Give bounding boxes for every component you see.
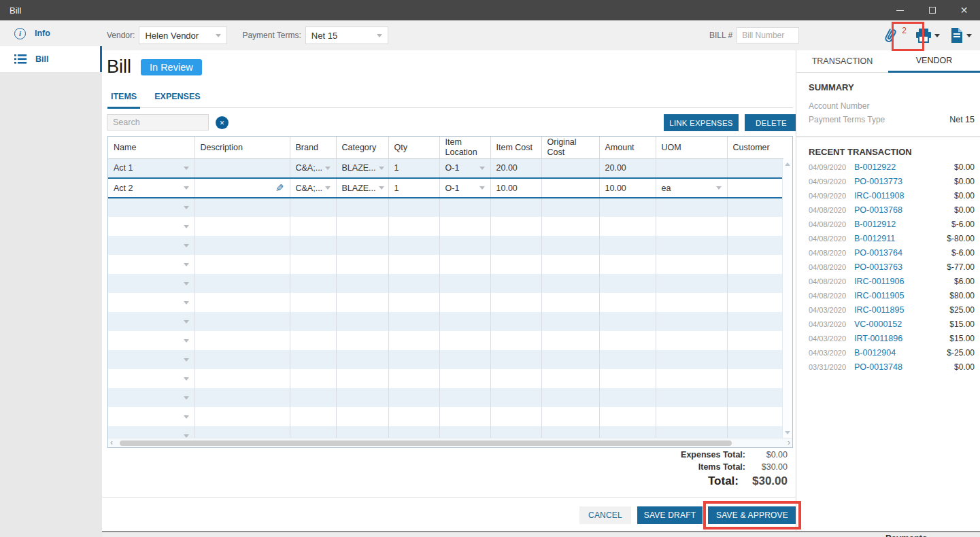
empty-item-row[interactable] xyxy=(108,217,783,236)
attachments-button[interactable]: 2 xyxy=(882,27,905,45)
cell-original-cost[interactable] xyxy=(541,158,599,178)
cell-name[interactable] xyxy=(108,255,195,274)
bottom-section-payments[interactable]: Payments xyxy=(102,531,980,537)
scrollbar-thumb[interactable] xyxy=(120,440,732,446)
cell-name[interactable] xyxy=(108,274,195,293)
cell-customer[interactable] xyxy=(727,178,783,198)
sidebar-item-info[interactable]: i Info xyxy=(0,20,102,46)
transaction-link[interactable]: B-0012911 xyxy=(854,234,895,243)
close-button[interactable]: ✕ xyxy=(948,0,980,20)
clear-search-button[interactable]: ✕ xyxy=(216,116,229,129)
cell-uom[interactable]: ea xyxy=(656,178,727,198)
vertical-scrollbar[interactable] xyxy=(782,159,792,438)
save-approve-button[interactable]: SAVE & APPROVE xyxy=(708,506,796,524)
empty-item-row[interactable] xyxy=(108,274,783,293)
empty-item-row[interactable] xyxy=(108,350,783,369)
empty-item-row[interactable] xyxy=(108,293,783,312)
transaction-link[interactable]: IRC-0011906 xyxy=(854,277,904,286)
cell-category[interactable]: BLAZE... xyxy=(336,178,388,198)
empty-item-row[interactable] xyxy=(108,236,783,255)
column-header[interactable]: Name xyxy=(108,137,195,158)
cell-name[interactable] xyxy=(108,331,195,350)
vendor-dropdown[interactable]: Helen Vendor xyxy=(139,27,227,44)
cell-brand[interactable]: C&A;... xyxy=(290,178,336,198)
transaction-link[interactable]: B-0012904 xyxy=(854,348,896,358)
cell-amount[interactable]: 20.00 xyxy=(599,158,656,178)
empty-item-row[interactable] xyxy=(108,255,783,274)
transaction-link[interactable]: VC-0000152 xyxy=(854,319,902,329)
tab-transaction[interactable]: TRANSACTION xyxy=(796,50,888,72)
minimize-button[interactable] xyxy=(884,0,916,20)
cell-description[interactable]: ✎ xyxy=(195,178,290,198)
column-header[interactable]: Item Location xyxy=(439,137,490,158)
cell-name[interactable] xyxy=(108,388,195,407)
cell-name[interactable] xyxy=(108,407,195,426)
item-row[interactable]: Act 1C&A;...BLAZE...1O-120.0020.00 xyxy=(108,158,783,178)
transaction-link[interactable]: B-0012922 xyxy=(854,162,896,172)
column-header[interactable]: Brand xyxy=(290,137,336,158)
cell-customer[interactable] xyxy=(727,158,783,178)
column-header[interactable]: Amount xyxy=(599,137,656,158)
empty-item-row[interactable] xyxy=(108,198,783,217)
save-draft-button[interactable]: SAVE DRAFT xyxy=(637,506,703,524)
cell-item-cost[interactable]: 20.00 xyxy=(490,158,541,178)
transaction-link[interactable]: PO-0013768 xyxy=(854,205,902,215)
empty-item-row[interactable] xyxy=(108,331,783,350)
sidebar-item-bill[interactable]: Bill xyxy=(0,46,102,72)
print-button[interactable] xyxy=(915,28,940,43)
tab-vendor[interactable]: VENDOR xyxy=(888,50,980,73)
column-header[interactable]: Item Cost xyxy=(490,137,541,158)
cell-name[interactable] xyxy=(108,369,195,388)
column-header[interactable]: Qty xyxy=(388,137,439,158)
item-row[interactable]: Act 2✎C&A;...BLAZE...1O-110.0010.00ea xyxy=(108,178,783,198)
cell-name[interactable]: Act 2 xyxy=(108,178,195,198)
column-header[interactable]: Description xyxy=(195,137,290,158)
cell-name[interactable] xyxy=(108,312,195,331)
transaction-link[interactable]: IRT-0011896 xyxy=(854,334,902,343)
maximize-button[interactable] xyxy=(916,0,948,20)
cell-amount[interactable]: 10.00 xyxy=(599,178,656,198)
cell-uom[interactable] xyxy=(656,158,727,178)
empty-item-row[interactable] xyxy=(108,388,783,407)
cell-item-location[interactable]: O-1 xyxy=(439,158,490,178)
cancel-button[interactable]: CANCEL xyxy=(579,506,631,524)
cell-name[interactable]: Act 1 xyxy=(108,158,195,178)
tab-items[interactable]: ITEMS xyxy=(107,92,140,109)
cell-name[interactable] xyxy=(108,236,195,255)
empty-item-row[interactable] xyxy=(108,369,783,388)
transaction-link[interactable]: B-0012912 xyxy=(854,220,896,229)
edit-icon[interactable]: ✎ xyxy=(275,183,284,193)
cell-category[interactable]: BLAZE... xyxy=(336,158,388,178)
transaction-link[interactable]: PO-0013763 xyxy=(854,262,902,272)
transaction-link[interactable]: PO-0013773 xyxy=(854,177,902,186)
tab-expenses[interactable]: EXPENSES xyxy=(151,92,203,107)
cell-description[interactable] xyxy=(195,158,290,178)
cell-qty[interactable]: 1 xyxy=(388,178,439,198)
transaction-link[interactable]: IRC-0011908 xyxy=(854,191,904,201)
delete-button[interactable]: DELETE xyxy=(745,114,798,131)
payment-terms-dropdown[interactable]: Net 15 xyxy=(305,27,388,44)
cell-name[interactable] xyxy=(108,350,195,369)
column-header[interactable]: Category xyxy=(336,137,388,158)
search-input[interactable] xyxy=(107,114,209,131)
cell-item-cost[interactable]: 10.00 xyxy=(490,178,541,198)
column-header[interactable]: Customer xyxy=(727,137,783,158)
empty-item-row[interactable] xyxy=(108,312,783,331)
horizontal-scrollbar[interactable]: ‹ › xyxy=(108,438,792,447)
empty-item-row[interactable] xyxy=(108,407,783,426)
cell-qty[interactable]: 1 xyxy=(388,158,439,178)
cell-original-cost[interactable] xyxy=(541,178,599,198)
transaction-link[interactable]: PO-0013764 xyxy=(854,248,902,258)
cell-name[interactable] xyxy=(108,293,195,312)
export-button[interactable] xyxy=(950,27,972,44)
transaction-link[interactable]: PO-0013748 xyxy=(854,362,902,372)
column-header[interactable]: UOM xyxy=(656,137,727,158)
cell-name[interactable] xyxy=(108,217,195,236)
cell-item-location[interactable]: O-1 xyxy=(439,178,490,198)
cell-name[interactable] xyxy=(108,198,195,217)
link-expenses-button[interactable]: LINK EXPENSES xyxy=(664,114,739,131)
bill-number-input[interactable] xyxy=(737,27,799,44)
transaction-link[interactable]: IRC-0011895 xyxy=(854,305,904,315)
transaction-link[interactable]: IRC-0011905 xyxy=(854,291,904,300)
cell-brand[interactable]: C&A;... xyxy=(290,158,336,178)
